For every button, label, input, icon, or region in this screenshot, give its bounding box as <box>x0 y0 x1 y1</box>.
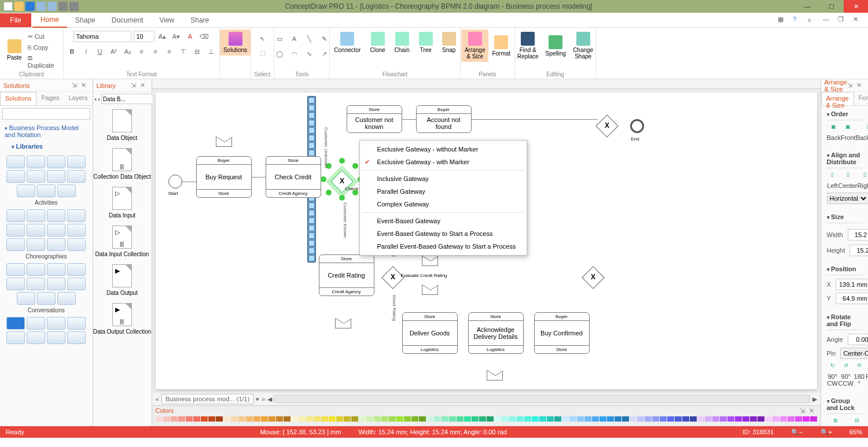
page-tab[interactable]: Business process mod... (1/1) <box>161 394 254 404</box>
ctx-item[interactable]: Parallel Gateway <box>360 185 527 198</box>
gateway-merge2[interactable]: X <box>595 114 619 138</box>
qat-preview-icon[interactable] <box>69 2 79 11</box>
snap-button[interactable]: Snap <box>439 29 459 56</box>
color-swatch[interactable] <box>622 416 629 422</box>
win-restore-icon[interactable]: ❐ <box>838 16 847 25</box>
color-swatch[interactable] <box>457 416 464 422</box>
lib-data-output[interactable]: ▶Data Output <box>93 261 152 300</box>
spelling-button[interactable]: Spelling <box>542 29 570 62</box>
gallery-more[interactable] <box>3 317 89 346</box>
group-button[interactable]: ⊞Group <box>827 418 845 426</box>
tree-button[interactable]: Tree <box>415 29 436 56</box>
qat-open-icon[interactable] <box>14 2 24 11</box>
page-menu-icon[interactable]: ▾ <box>256 396 259 403</box>
color-swatch[interactable] <box>434 416 441 422</box>
align-center-button[interactable]: ▯Center <box>838 172 858 189</box>
ap-close-icon[interactable]: ✕ <box>856 82 865 90</box>
pin-select[interactable]: Center-Center <box>840 348 868 359</box>
colors-pin-icon[interactable]: ⇲ <box>800 407 808 415</box>
subtab-pages[interactable]: Pages <box>36 92 64 105</box>
win-close-icon[interactable]: ✕ <box>853 16 862 25</box>
color-swatch[interactable] <box>502 416 509 422</box>
dist-horiz-select[interactable]: Horizontal <box>827 193 869 204</box>
color-swatch[interactable] <box>773 416 779 422</box>
color-swatch[interactable] <box>299 416 306 422</box>
color-swatch[interactable] <box>231 416 238 422</box>
color-swatch[interactable] <box>186 416 193 422</box>
color-swatch[interactable] <box>374 416 381 422</box>
start-event[interactable] <box>168 175 182 189</box>
color-swatch[interactable] <box>645 416 652 422</box>
color-swatch[interactable] <box>607 416 614 422</box>
clone-button[interactable]: Clone <box>366 29 388 56</box>
color-swatch[interactable] <box>344 416 351 422</box>
lib-close-icon[interactable]: ✕ <box>140 82 148 90</box>
clear-format-icon[interactable]: ⌫ <box>198 31 210 42</box>
rotate-ccw-button[interactable]: ↺90° CCW <box>838 363 854 387</box>
tool-curve-icon[interactable]: ∿ <box>304 48 315 60</box>
solutions-search[interactable] <box>2 108 90 120</box>
colors-close-icon[interactable]: ✕ <box>809 407 817 415</box>
zoom-out-icon[interactable]: 🔍− <box>791 428 803 436</box>
color-swatch[interactable] <box>472 416 479 422</box>
select-pointer-icon[interactable]: ↖ <box>257 33 269 45</box>
lib-data-object[interactable]: Data Object <box>93 106 152 145</box>
select-lasso-icon[interactable]: ⬚ <box>257 47 269 58</box>
font-select[interactable] <box>73 31 131 42</box>
color-swatch[interactable] <box>487 416 494 422</box>
color-swatch[interactable] <box>720 416 727 422</box>
tab-view[interactable]: View <box>151 13 182 27</box>
lib-data-input-collection[interactable]: ▷|||Data Input Collection <box>93 222 152 261</box>
ap-tab-arrange[interactable]: Arrange & Size <box>821 92 854 105</box>
page-next-icon[interactable]: » <box>262 396 265 402</box>
qat-save-icon[interactable] <box>25 2 35 11</box>
tool-line-icon[interactable]: ╲ <box>304 33 315 45</box>
qat-new-icon[interactable] <box>3 2 13 11</box>
color-swatch[interactable] <box>750 416 757 422</box>
choreo-credit-rating[interactable]: StoreCredit RatingCredit Agency <box>319 254 374 296</box>
underline-icon[interactable]: U <box>94 46 106 57</box>
color-swatch[interactable] <box>780 416 787 422</box>
color-swatch[interactable] <box>389 416 396 422</box>
choreo-buy-confirmed[interactable]: BuyerBuy ConfirmedStore <box>534 312 590 354</box>
tab-share[interactable]: Share <box>182 13 217 27</box>
align-left-button[interactable]: ▯Left <box>827 172 838 189</box>
color-swatch[interactable] <box>314 416 321 422</box>
tree-libraries[interactable]: Libraries <box>7 141 93 152</box>
italic-icon[interactable]: I <box>80 46 92 57</box>
color-swatch[interactable] <box>615 416 621 422</box>
zoom-in-icon[interactable]: 🔍+ <box>821 428 832 436</box>
font-grow-icon[interactable]: A▴ <box>157 31 168 42</box>
color-swatch[interactable] <box>705 416 712 422</box>
tool-rect-icon[interactable]: ▭ <box>274 33 285 45</box>
file-tab[interactable]: File <box>0 13 31 27</box>
message-icon-4[interactable] <box>422 285 438 295</box>
ctx-item[interactable]: Exclusive Gateway - without Marker <box>360 143 527 156</box>
color-swatch[interactable] <box>660 416 667 422</box>
color-swatch[interactable] <box>404 416 411 422</box>
color-swatch[interactable] <box>419 416 426 422</box>
color-swatch[interactable] <box>216 416 223 422</box>
font-size-select[interactable] <box>134 31 155 42</box>
color-swatch[interactable] <box>246 416 253 422</box>
choreo-ack-delivery[interactable]: StoreAcknowledge Delivery DetailsLogisti… <box>468 312 524 354</box>
color-swatch[interactable] <box>509 416 516 422</box>
color-swatch[interactable] <box>599 416 606 422</box>
color-swatch[interactable] <box>803 416 810 422</box>
collapse-ribbon-icon[interactable]: ▵ <box>808 16 817 25</box>
color-swatch[interactable] <box>810 416 817 422</box>
close-icon[interactable]: ✕ <box>844 0 868 13</box>
color-swatch[interactable] <box>449 416 456 422</box>
order-back-button[interactable]: ▣Back <box>827 124 841 141</box>
color-swatch[interactable] <box>675 416 682 422</box>
valign-bot-icon[interactable]: ⊥ <box>205 46 217 57</box>
width-input[interactable] <box>848 229 868 241</box>
color-swatch[interactable] <box>464 416 471 422</box>
format-button[interactable]: Format <box>488 29 514 62</box>
choreo-deliver-goods[interactable]: StoreDeliver GoodsLogistics <box>402 312 458 354</box>
message-icon-3[interactable] <box>422 256 438 266</box>
tree-bpmn[interactable]: Business Process Model and Notation <box>0 122 93 141</box>
superscript-icon[interactable]: A² <box>108 46 120 57</box>
arrange-size-button[interactable]: Arrange & Size <box>461 29 489 62</box>
color-swatch[interactable] <box>795 416 802 422</box>
